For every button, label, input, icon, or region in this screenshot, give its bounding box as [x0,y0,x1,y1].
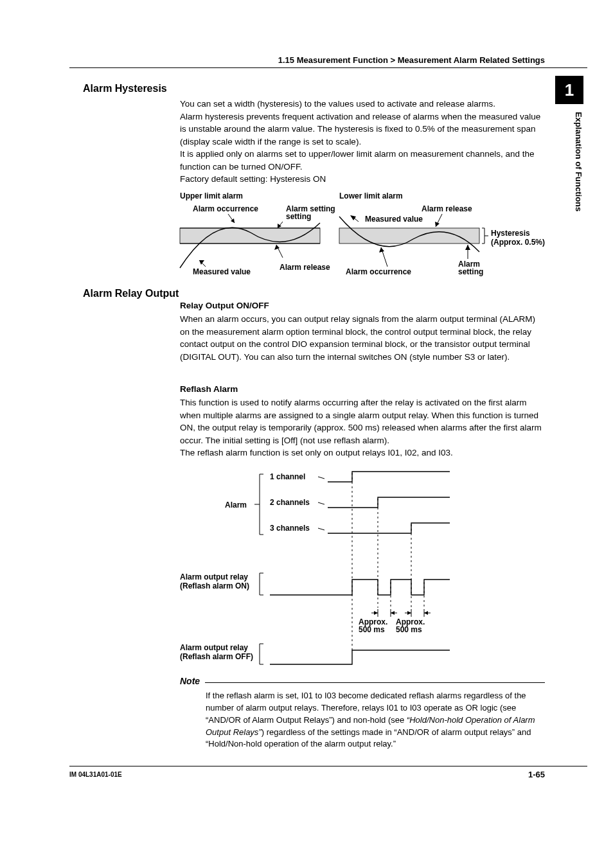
lbl-alarm-setting2: setting [286,212,311,221]
heading-reflash: Reflash Alarm [180,384,545,394]
lbl-2channels: 2 channels [270,498,310,507]
breadcrumb: 1.15 Measurement Function > Measurement … [278,55,545,65]
svg-marker-15 [435,222,440,227]
svg-marker-17 [379,247,384,252]
lbl-measured-value: Measured value [193,267,251,276]
lbl-alarm-release: Alarm release [422,204,472,213]
reflash-diagram: Alarm 1 channel 2 channels 3 channels Al… [180,466,456,666]
svg-rect-0 [180,228,320,244]
svg-line-20 [318,477,324,479]
svg-marker-4 [231,218,235,223]
svg-marker-31 [391,611,395,615]
lbl-out-on: Alarm output relay [180,572,248,581]
lbl-out-off2: (Reflash alarm OFF) [180,652,253,661]
svg-line-22 [318,528,324,530]
note-rule [205,682,545,683]
footer-page-number: 1-65 [528,770,545,779]
lbl-hysteresis: Hysteresis [491,229,530,238]
chapter-tab-label: Explanation of Functions [555,112,583,211]
hysteresis-diagram: Upper limit alarm Alarm occurrence Alarm… [180,191,540,281]
note-label: Note [180,676,200,686]
heading-relay-onoff: Relay Output ON/OFF [180,301,545,310]
para: When an alarm occurs, you can output rel… [180,313,545,363]
page: 1.15 Measurement Function > Measurement … [0,0,613,868]
heading-alarm-relay-output: Alarm Relay Output [83,288,179,299]
lbl-measured-value: Measured value [365,215,423,224]
lbl-3channels: 3 channels [270,524,310,533]
lbl-out-on2: (Reflash alarm ON) [180,581,249,590]
reflash-block: Reflash Alarm This function is used to n… [180,384,545,459]
hysteresis-body: You can set a width (hysteresis) to the … [180,98,545,186]
para: The reflash alarm function is set only o… [180,447,545,459]
para: It is applied only on alarms set to uppe… [180,148,545,173]
svg-marker-29 [374,611,378,615]
lbl-alarm-release: Alarm release [280,263,330,272]
para: Factory default setting: Hysteresis ON [180,173,545,186]
svg-marker-10 [199,260,204,265]
footer-doc-id: IM 04L31A01-01E [69,771,122,778]
lbl-hysteresis-val: (Approx. 0.5%) [491,238,545,247]
lbl-500ms-2: 500 ms [396,625,422,634]
note-body: If the reflash alarm is set, I01 to I03 … [206,690,545,750]
svg-marker-35 [407,611,411,615]
svg-marker-19 [465,245,470,250]
lbl-alarm-occurrence: Alarm occurrence [346,267,411,276]
lbl-alarm-occurrence: Alarm occurrence [193,204,258,213]
svg-marker-37 [424,611,428,615]
lbl-500ms-1: 500 ms [359,625,385,634]
footer-rule [69,766,587,766]
para: This function is used to notify alarms o… [180,396,545,447]
para: Alarm hysteresis prevents frequent activ… [180,111,545,148]
heading-alarm-hysteresis: Alarm Hysteresis [83,83,167,94]
lower-limit-title: Lower limit alarm [339,191,403,200]
relay-output-block: Relay Output ON/OFF When an alarm occurs… [180,301,545,363]
svg-marker-13 [350,215,356,220]
chapter-tab: 1 [555,76,583,104]
para: You can set a width (hysteresis) to the … [180,98,545,111]
upper-limit-title: Upper limit alarm [180,191,243,200]
note-block: Note If the reflash alarm is set, I01 to… [180,676,545,750]
header-rule [69,67,587,68]
lbl-out-off: Alarm output relay [180,643,248,652]
svg-line-21 [318,502,324,504]
lbl-alarm: Alarm [225,500,247,509]
lbl-alarm-setting2: setting [458,267,483,276]
lbl-1channel: 1 channel [270,472,305,481]
